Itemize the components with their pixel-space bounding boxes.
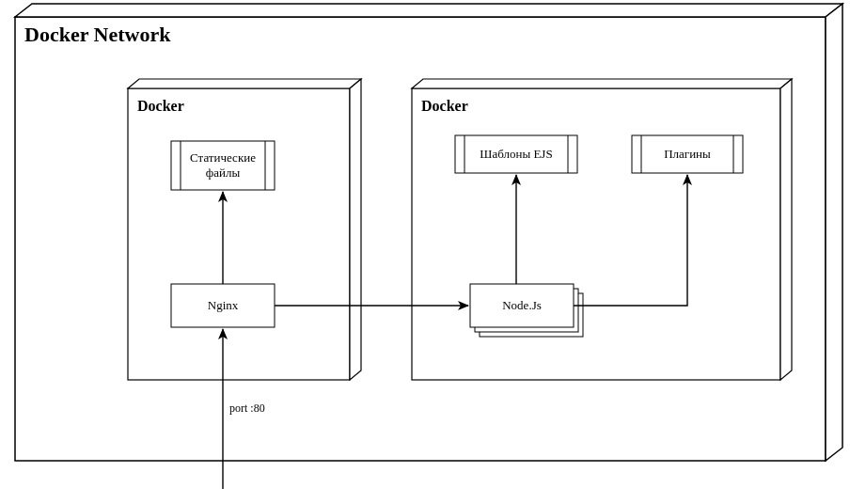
docker-right-container: Docker Шаблоны EJS Плагины Node.Js: [412, 79, 792, 380]
static-files-label-line1: Статические: [190, 150, 256, 165]
ejs-templates-box: Шаблоны EJS: [455, 135, 577, 173]
docker-right-title: Docker: [421, 98, 468, 114]
static-files-box: Статические файлы: [171, 141, 275, 190]
docker-left-title: Docker: [137, 98, 184, 114]
svg-marker-2: [826, 4, 842, 461]
ejs-templates-label: Шаблоны EJS: [480, 147, 552, 161]
nodejs-label: Node.Js: [502, 298, 542, 312]
nodejs-stacked-box: Node.Js: [470, 284, 583, 337]
nginx-box: Nginx: [171, 284, 275, 327]
svg-rect-3: [128, 88, 350, 380]
svg-marker-4: [128, 79, 361, 88]
svg-marker-11: [412, 79, 792, 88]
static-files-label-line2: файлы: [206, 165, 241, 180]
svg-marker-1: [15, 4, 842, 17]
nginx-label: Nginx: [208, 298, 239, 312]
port-label: port :80: [229, 402, 265, 415]
architecture-diagram: Docker Network Docker Статические файлы …: [0, 0, 850, 504]
svg-rect-10: [412, 88, 780, 380]
svg-marker-5: [350, 79, 361, 380]
plugins-label: Плагины: [664, 147, 711, 161]
docker-network-title: Docker Network: [24, 23, 171, 46]
svg-marker-12: [780, 79, 792, 380]
plugins-box: Плагины: [632, 135, 743, 173]
docker-left-container: Docker Статические файлы Nginx: [128, 79, 361, 380]
